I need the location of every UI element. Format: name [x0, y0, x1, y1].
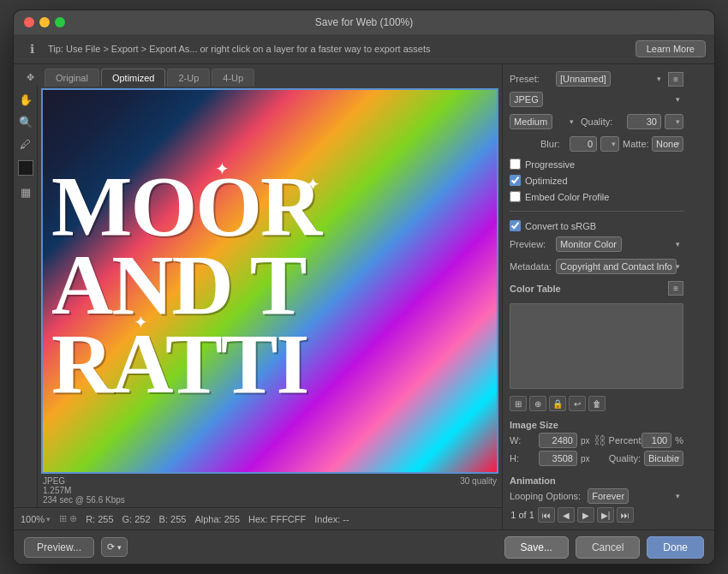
tabs-row: ✥ Original Optimized 2-Up 4-Up: [14, 64, 502, 87]
quality-dropdown-mini[interactable]: [665, 114, 683, 129]
ct-icon-4[interactable]: ↩: [569, 396, 586, 411]
metadata-dropdown-wrapper: Copyright and Contact Info: [556, 259, 683, 274]
blur-input[interactable]: 0: [570, 136, 597, 152]
save-for-web-window: Save for Web (100%) ℹ Tip: Use File > Ex…: [13, 9, 715, 565]
tab-optimized[interactable]: Optimized: [101, 69, 166, 87]
anim-last-btn[interactable]: ⏭: [617, 507, 634, 523]
quality-label: Quality:: [581, 117, 624, 127]
zoom-tool-icon[interactable]: 🔍: [16, 112, 35, 131]
progressive-checkbox[interactable]: [510, 158, 521, 170]
looping-label: Looping Options:: [510, 491, 581, 501]
height-input[interactable]: [539, 451, 577, 466]
status-icon-2: ⊕: [69, 513, 77, 524]
preview-dropdown-wrapper: Monitor Color: [556, 236, 683, 252]
ct-icon-3[interactable]: 🔒: [549, 396, 566, 411]
optimized-label: Optimized: [525, 176, 568, 186]
width-row: W: px ⛓ Percent: %: [510, 433, 683, 448]
preset-label: Preset:: [510, 74, 552, 84]
quality-input[interactable]: 30: [627, 114, 661, 129]
quality-dropdown-mini-wrapper: [665, 114, 683, 129]
looping-dropdown[interactable]: Forever: [588, 488, 629, 504]
preview-label: Preview:: [510, 239, 552, 249]
preset-row: Preset: [Unnamed] ≡: [510, 71, 683, 87]
learn-more-button[interactable]: Learn More: [636, 40, 706, 57]
maximize-button[interactable]: [55, 17, 65, 27]
embed-profile-checkbox[interactable]: [510, 191, 521, 202]
width-input[interactable]: [539, 433, 577, 448]
percent-input[interactable]: [641, 433, 671, 448]
h-px-label: px: [581, 454, 590, 463]
convert-srgb-label: Convert to sRGB: [525, 221, 596, 231]
preset-dropdown[interactable]: [Unnamed]: [556, 71, 611, 87]
preset-menu-button[interactable]: ≡: [668, 72, 683, 87]
bottom-left: Preview... ⟳ ▾: [24, 537, 128, 558]
canvas-text-line3: RATTI: [51, 325, 307, 404]
star-decoration-3: ✦: [134, 312, 148, 332]
tab-4up[interactable]: 4-Up: [212, 69, 254, 87]
hand-tool[interactable]: ✥: [21, 68, 39, 87]
tab-original[interactable]: Original: [45, 69, 99, 87]
color-table-menu-button[interactable]: ≡: [668, 281, 683, 296]
status-bar: 100% ▾ ⊞ ⊕ R: 255 G: 252 B: 255 Alpha: 2…: [14, 507, 502, 529]
metadata-dropdown[interactable]: Copyright and Contact Info: [556, 259, 677, 274]
ct-icon-5[interactable]: 🗑: [588, 396, 606, 411]
content-row: ✋ 🔍 🖊 ▦ MOOR AND T RATTI: [14, 87, 502, 507]
color-table-header: Color Table ≡: [510, 281, 683, 296]
canvas-image: MOOR AND T RATTI ✦ ✦ ✦: [43, 90, 497, 472]
share-icon: ⟳: [107, 541, 115, 553]
window-title: Save for Web (100%): [315, 16, 414, 28]
format-dropdown[interactable]: JPEG: [510, 92, 543, 107]
optimized-checkbox[interactable]: [510, 175, 521, 186]
anim-next-btn[interactable]: ▶|: [597, 507, 614, 523]
status-g: G: 252: [122, 514, 151, 524]
quality-size-dropdown[interactable]: Bicubic: [644, 451, 683, 466]
cancel-button[interactable]: Cancel: [576, 536, 640, 559]
close-button[interactable]: [24, 17, 34, 27]
convert-srgb-checkbox[interactable]: [510, 220, 521, 231]
color-table-icons: ⊞ ⊕ 🔒 ↩ 🗑: [510, 396, 683, 411]
tab-2up[interactable]: 2-Up: [167, 69, 210, 87]
zoom-value: 100%: [21, 514, 45, 524]
save-button[interactable]: Save...: [504, 536, 569, 559]
blur-label: Blur:: [540, 139, 566, 149]
blur-dropdown[interactable]: [600, 136, 619, 152]
matte-label: Matte:: [623, 139, 648, 149]
preview-button[interactable]: Preview...: [24, 537, 94, 558]
share-button[interactable]: ⟳ ▾: [101, 537, 128, 557]
canvas-text-line1: MOOR: [51, 167, 320, 246]
matte-dropdown-wrapper: None: [652, 136, 683, 152]
compression-quality-row: Medium Quality: 30: [510, 114, 683, 129]
status-alpha: Alpha: 255: [194, 514, 240, 524]
image-size-header: Image Size: [510, 420, 683, 430]
link-icon: ⛓: [594, 433, 606, 447]
eyedropper-tool-icon[interactable]: 🖊: [16, 135, 35, 153]
hand-tool-icon[interactable]: ✋: [16, 90, 35, 109]
metadata-label: Metadata:: [510, 261, 552, 272]
done-button[interactable]: Done: [647, 536, 704, 559]
status-index: Index: --: [314, 514, 349, 524]
w-label: W:: [510, 435, 535, 445]
toolbar: ℹ Tip: Use File > Export > Export As... …: [14, 34, 714, 64]
zoom-dropdown-icon[interactable]: ▾: [46, 515, 51, 523]
preview-dropdown[interactable]: Monitor Color: [556, 236, 622, 252]
color-swatch[interactable]: [18, 160, 33, 176]
bottom-right: Save... Cancel Done: [504, 536, 704, 559]
color-table-label: Color Table: [510, 284, 561, 294]
anim-first-btn[interactable]: ⏮: [538, 507, 555, 523]
star-decoration-1: ✦: [215, 158, 230, 179]
anim-prev-btn[interactable]: ◀: [558, 507, 575, 523]
minimize-button[interactable]: [39, 17, 50, 27]
info-right: 30 quality: [460, 476, 497, 505]
ct-icon-2[interactable]: ⊕: [529, 396, 546, 411]
toggle-slices-icon[interactable]: ▦: [16, 182, 35, 201]
status-b: B: 255: [159, 514, 187, 524]
ct-icon-1[interactable]: ⊞: [510, 396, 527, 411]
zoom-control[interactable]: 100% ▾: [21, 514, 51, 524]
compression-dropdown[interactable]: Medium: [510, 114, 552, 129]
convert-srgb-row: Convert to sRGB: [510, 220, 683, 231]
preview-row: Preview: Monitor Color: [510, 236, 683, 252]
status-icon-1: ⊞: [59, 513, 67, 524]
matte-dropdown[interactable]: None: [652, 136, 683, 152]
anim-play-btn[interactable]: ▶: [577, 507, 594, 523]
image-size-label: Image Size: [510, 420, 558, 430]
